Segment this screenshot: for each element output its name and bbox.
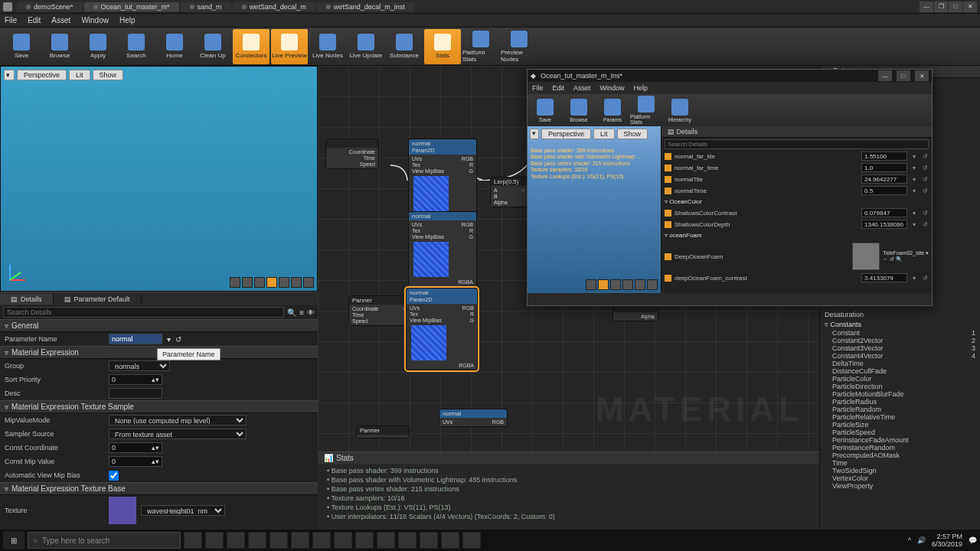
shape-icon[interactable] xyxy=(279,277,289,288)
toolbar-browse-button[interactable]: Browse xyxy=(41,29,78,64)
tray-icon[interactable]: 🔊 xyxy=(917,536,926,544)
reset-icon[interactable]: ↺ xyxy=(175,335,181,344)
shape-icon[interactable] xyxy=(254,277,265,288)
shape-icon[interactable] xyxy=(647,279,658,290)
details-search-input[interactable] xyxy=(3,307,284,318)
palette-item[interactable]: ParticleSpeed xyxy=(825,429,975,436)
graph-node-panner[interactable]: Panner Coordinate○TimeSpeed xyxy=(348,295,410,326)
eye-icon[interactable]: 👁 xyxy=(307,308,315,317)
viewport-dropdown-icon[interactable]: ▾ xyxy=(530,129,539,139)
toolbar-home-button[interactable]: Home xyxy=(156,29,193,64)
instance-param-row[interactable]: deepOceanFoam_contrast3.4133079▾↺ xyxy=(665,272,929,283)
palette-item[interactable]: ParticleDirection xyxy=(825,383,975,390)
menu-window[interactable]: Window xyxy=(81,16,109,24)
taskbar-app-icon[interactable] xyxy=(441,532,459,549)
instance-section[interactable]: ▿ OceanColor xyxy=(665,197,929,207)
taskbar-app-icon[interactable] xyxy=(205,532,224,549)
menu-help[interactable]: Help xyxy=(634,84,648,92)
instance-param-row[interactable]: ShallowsColorDepth1340.1538086▾↺ xyxy=(665,219,929,230)
maximize-button[interactable]: □ xyxy=(949,2,962,12)
graph-node-normal[interactable]: normal UVsRGB xyxy=(439,409,508,427)
desc-input[interactable] xyxy=(109,388,162,399)
graph-node-panner[interactable]: Panner xyxy=(356,425,410,439)
maximize-button[interactable]: □ xyxy=(897,70,910,81)
shape-icon[interactable] xyxy=(266,277,277,288)
palette-item[interactable]: ParticleRadius xyxy=(825,398,975,406)
shape-icon[interactable] xyxy=(230,277,240,288)
palette-item[interactable]: PerInstanceFadeAmount xyxy=(825,436,975,444)
menu-asset[interactable]: Asset xyxy=(573,84,591,92)
menu-file[interactable]: File xyxy=(5,16,17,24)
taskbar-app-icon[interactable] xyxy=(420,532,438,549)
toolbar-connectors-button[interactable]: Connectors xyxy=(233,29,270,64)
texture-select[interactable]: wavesHeight01_nm xyxy=(141,505,225,516)
palette-item[interactable]: Time xyxy=(825,459,975,467)
taskbar-app-icon[interactable] xyxy=(227,532,245,549)
viewport-perspective-button[interactable]: Perspective xyxy=(541,129,591,139)
doc-tab[interactable]: sand_m xyxy=(181,2,231,11)
palette-item[interactable]: Constant1 xyxy=(825,329,975,337)
system-tray[interactable]: ^ 🔊 2:57 PM 6/30/2019 💬 xyxy=(908,533,977,548)
restore-button[interactable]: ❐ xyxy=(934,2,948,12)
material-instance-window[interactable]: ◆ Ocean_tut_master_m_Ins* — □ ✕ File Edi… xyxy=(527,69,933,306)
instance-details-header[interactable]: ▤ Details xyxy=(662,126,932,138)
instance-param-row[interactable]: normalTime0.5▾↺ xyxy=(665,185,929,196)
instance-toolbar-save-button[interactable]: Save xyxy=(529,95,561,126)
menu-window[interactable]: Window xyxy=(600,84,625,92)
palette-item[interactable]: VertexColor xyxy=(825,474,975,482)
viewport-perspective-button[interactable]: Perspective xyxy=(17,70,67,80)
toolbar-clean-up-button[interactable]: Clean Up xyxy=(194,29,231,64)
graph-node-lerp[interactable]: Lerp(0.5) A○BAlpha xyxy=(490,177,528,207)
tab-details[interactable]: ▤Details xyxy=(0,294,54,305)
mip-value-mode-select[interactable]: None (use computed mip level) xyxy=(109,415,247,425)
shape-icon[interactable] xyxy=(610,279,621,290)
toolbar-search-button[interactable]: Search xyxy=(118,29,155,64)
palette-item[interactable]: TwoSidedSign xyxy=(825,467,975,474)
palette-item[interactable]: Constant2Vector2 xyxy=(825,337,975,344)
taskbar-app-icon[interactable] xyxy=(312,532,331,549)
palette-item[interactable]: ParticleMotionBlurFade xyxy=(825,390,975,398)
shape-icon[interactable] xyxy=(242,277,253,288)
const-coordinate-spinner[interactable]: 0▴▾ xyxy=(109,442,162,453)
taskbar-app-icon[interactable] xyxy=(334,532,352,549)
menu-edit[interactable]: Edit xyxy=(553,84,565,92)
search-icon[interactable]: 🔍 xyxy=(287,308,296,317)
instance-title-bar[interactable]: ◆ Ocean_tut_master_m_Ins* — □ ✕ xyxy=(528,70,932,82)
taskbar-app-icon[interactable] xyxy=(291,532,309,549)
graph-node-normal-selected[interactable]: normalParam2D UVsRGB TexR View MipBiasG … xyxy=(406,288,478,370)
checkbox-icon[interactable] xyxy=(665,176,671,183)
palette-category[interactable]: ▿ Constants xyxy=(825,321,975,328)
palette-item[interactable]: DistanceCullFade xyxy=(825,367,975,375)
checkbox-icon[interactable] xyxy=(665,210,671,217)
start-button[interactable]: ⊞ xyxy=(3,531,24,549)
section-texture-sample[interactable]: ▿ Material Expression Texture Sample xyxy=(0,400,318,413)
viewport-show-button[interactable]: Show xyxy=(93,70,124,80)
instance-search-input[interactable] xyxy=(665,139,929,149)
shape-icon[interactable] xyxy=(635,279,645,290)
menu-edit[interactable]: Edit xyxy=(28,16,41,24)
taskbar-app-icon[interactable] xyxy=(184,532,202,549)
palette-item[interactable]: Constant3Vector3 xyxy=(825,344,975,352)
menu-asset[interactable]: Asset xyxy=(51,16,70,24)
toolbar-live-nodes-button[interactable]: Live Nodes xyxy=(309,29,346,64)
instance-toolbar-params-button[interactable]: Params xyxy=(596,95,629,126)
palette-category[interactable]: Desaturation xyxy=(825,311,975,318)
doc-tab[interactable]: Ocean_tut_master_m* xyxy=(84,2,179,11)
tab-parameter-default[interactable]: ▤Parameter Default xyxy=(54,294,142,305)
instance-param-row[interactable]: ShallowsColorContrast0.079847▾↺ xyxy=(665,207,929,218)
shape-icon[interactable] xyxy=(303,277,314,288)
parameter-name-input[interactable] xyxy=(109,334,162,344)
toolbar-live-preview-button[interactable]: Live Preview xyxy=(271,29,308,64)
checkbox-icon[interactable] xyxy=(665,153,671,160)
notification-icon[interactable]: 💬 xyxy=(969,536,977,544)
menu-help[interactable]: Help xyxy=(119,16,136,24)
taskbar-app-icon[interactable] xyxy=(377,532,395,549)
doc-tab[interactable]: demoScene* xyxy=(17,2,83,11)
minimize-button[interactable]: — xyxy=(920,2,933,12)
graph-node-normal[interactable]: normalParam2D UVsRGB TexR View MipBiasG … xyxy=(408,139,477,221)
toolbar-save-button[interactable]: Save xyxy=(3,29,40,64)
instance-viewport[interactable]: ▾ Perspective Lit Show Base pass shader:… xyxy=(528,126,662,293)
taskbar-app-icon[interactable] xyxy=(398,532,416,549)
close-button[interactable]: ✕ xyxy=(963,2,977,12)
shape-icon[interactable] xyxy=(586,279,596,290)
